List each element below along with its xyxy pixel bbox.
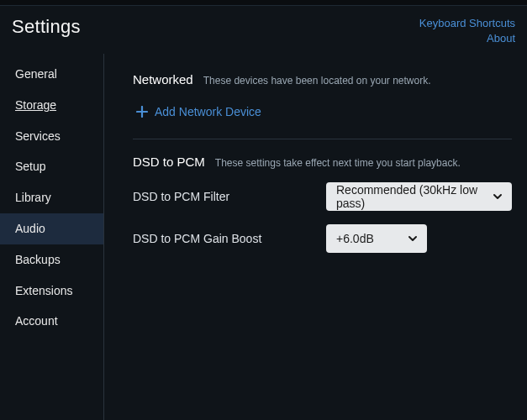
sidebar: General Storage Services Setup Library A… [0,54,104,420]
section-dsd: DSD to PCM These settings take effect ne… [133,148,512,276]
sidebar-item-extensions[interactable]: Extensions [0,276,103,307]
sidebar-item-account[interactable]: Account [0,306,103,337]
dsd-filter-label: DSD to PCM Filter [133,190,326,203]
sidebar-item-library[interactable]: Library [0,182,103,213]
sidebar-item-setup[interactable]: Setup [0,151,103,182]
add-network-device-button[interactable]: Add Network Device [133,105,512,118]
sidebar-item-services[interactable]: Services [0,121,103,152]
sidebar-item-backups[interactable]: Backups [0,244,103,276]
header-links: Keyboard Shortcuts About [419,16,515,45]
sidebar-item-general[interactable]: General [0,59,103,90]
section-networked: Networked These devices have been locate… [133,66,512,129]
dsd-filter-row: DSD to PCM Filter Recommended (30kHz low… [133,182,512,211]
sidebar-item-storage[interactable]: Storage [0,90,103,121]
dsd-gain-row: DSD to PCM Gain Boost +6.0dB [133,224,512,253]
page-title: Settings [12,16,81,38]
plus-icon [136,106,148,118]
sidebar-item-audio[interactable]: Audio [0,213,103,244]
section-divider [133,139,512,139]
window-topbar [0,0,527,6]
networked-subtitle: These devices have been located on your … [203,75,431,87]
chevron-down-icon [492,191,503,202]
add-network-device-label: Add Network Device [155,105,261,118]
dsd-heading: DSD to PCM [133,155,205,169]
dsd-gain-select[interactable]: +6.0dB [326,224,427,253]
networked-heading: Networked [133,72,193,87]
dsd-subtitle: These settings take effect next time you… [215,157,461,169]
dsd-filter-select[interactable]: Recommended (30kHz low pass) [326,182,512,211]
dsd-filter-value: Recommended (30kHz low pass) [336,183,483,210]
about-link[interactable]: About [419,31,515,46]
content: Networked These devices have been locate… [104,54,527,420]
dsd-gain-value: +6.0dB [336,232,374,245]
body: General Storage Services Setup Library A… [0,54,527,420]
keyboard-shortcuts-link[interactable]: Keyboard Shortcuts [419,16,515,31]
header: Settings Keyboard Shortcuts About [0,6,527,54]
chevron-down-icon [407,233,419,244]
dsd-gain-label: DSD to PCM Gain Boost [133,232,326,245]
